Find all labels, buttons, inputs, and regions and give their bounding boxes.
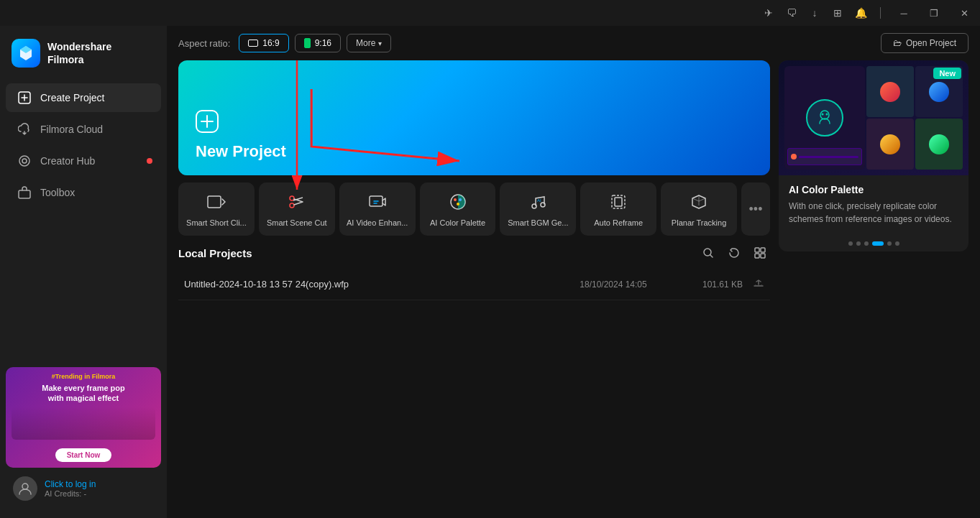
grid-view-button[interactable] [750,243,770,263]
ai-color-palette-icon [447,191,469,213]
folder-icon: 🗁 [893,38,902,48]
svg-point-14 [454,198,457,201]
titlebar-icons: ✈ 🗨 ↓ ⊞ 🔔 ─ ❐ ✕ [762,3,974,23]
bell-icon[interactable]: 🔔 [854,6,867,19]
sidebar-item-toolbox[interactable]: Toolbox [6,178,161,207]
user-login-text[interactable]: Click to log in [45,479,154,489]
new-badge: New [933,68,961,79]
auto-reframe-icon [608,191,629,213]
svg-point-9 [290,203,294,208]
auto-reframe-label: Auto Reframe [586,218,651,227]
ai-color-palette-label: AI Color Palette [426,218,490,227]
sidebar-bottom: #Trending in Filmora Make every frame po… [0,361,167,512]
upload-icon[interactable] [743,277,764,291]
ai-video-enhance-label: AI Video Enhan... [345,218,410,227]
project-list: Untitled-2024-10-18 13 57 24(copy).wfp 1… [178,269,770,509]
toolbox-label: Toolbox [40,187,75,198]
aspect-ratio-label: Aspect ratio: [178,38,230,49]
carousel-dot-4[interactable] [872,241,884,246]
ai-tool-auto-reframe[interactable]: Auto Reframe [580,182,656,236]
maximize-button[interactable]: ❐ [924,3,944,23]
ai-tool-ai-video-enhance[interactable]: AI Video Enhan... [339,182,416,236]
svg-rect-26 [761,254,765,258]
new-project-banner[interactable]: New Project [178,60,770,175]
smart-scene-cut-label: Smart Scene Cut [265,218,329,227]
main-content: Aspect ratio: 16:9 9:16 More ▾ 🗁 Open Pr… [167,26,980,518]
minimize-button[interactable]: ─ [894,3,914,23]
local-projects-actions [698,243,770,263]
table-row[interactable]: Untitled-2024-10-18 13 57 24(copy).wfp 1… [178,269,770,300]
ai-tool-smart-short-clip[interactable]: Smart Short Cli... [178,182,255,236]
promo-content: #Trending in Filmora Make every frame po… [6,367,161,468]
svg-point-29 [825,114,828,116]
smart-short-clip-icon [206,191,227,213]
open-project-button[interactable]: 🗁 Open Project [881,33,968,53]
svg-text:AI: AI [537,198,541,203]
aspect-9-16-button[interactable]: 9:16 [295,34,341,52]
ai-tool-smart-bgm[interactable]: AI Smart BGM Ge... [500,182,576,236]
titlebar-divider [880,7,881,19]
svg-point-4 [22,484,28,489]
more-button[interactable]: More ▾ [347,34,391,52]
ai-tool-smart-scene-cut[interactable]: Smart Scene Cut [259,182,335,236]
svg-point-17 [532,204,536,208]
create-project-icon [17,91,32,105]
carousel-dot-5[interactable] [887,241,892,246]
logo-text: Wondershare Filmora [47,40,111,66]
creator-hub-label: Creator Hub [40,155,95,167]
svg-point-15 [459,198,462,201]
more-tools-button[interactable]: ••• [741,182,770,236]
avatar [13,476,37,501]
new-project-label: New Project [196,142,286,161]
portrait-icon [304,38,311,48]
sidebar-item-filmora-cloud[interactable]: Filmora Cloud [6,115,161,144]
local-projects-header: Local Projects [178,243,770,263]
carousel-dots [779,236,968,251]
open-project-label: Open Project [906,38,956,48]
aspect-16-9-label: 16:9 [262,38,279,48]
smart-bgm-icon: AI [527,191,549,213]
svg-point-1 [19,156,29,166]
creator-hub-icon [17,154,32,168]
smart-bgm-label: Smart BGM Ge... [505,218,570,227]
carousel-dot-1[interactable] [848,241,853,246]
create-project-label: Create Project [40,92,104,103]
grid-icon[interactable]: ⊞ [831,6,844,19]
carousel-dot-2[interactable] [856,241,861,246]
project-date: 18/10/2024 14:05 [556,279,671,290]
feature-title: AI Color Palette [789,184,958,195]
search-projects-button[interactable] [698,243,718,263]
aspect-16-9-button[interactable]: 16:9 [239,34,288,52]
new-project-inner: New Project [196,110,286,161]
chevron-down-icon: ▾ [378,40,382,47]
svg-rect-7 [208,196,221,208]
planar-tracking-icon [688,191,710,213]
svg-point-16 [457,203,459,205]
user-area[interactable]: Click to log in AI Credits: - [6,471,161,507]
svg-point-8 [290,196,294,200]
feature-card: New [779,60,968,251]
message-icon[interactable]: 🗨 [785,6,798,19]
ai-tool-ai-color-palette[interactable]: AI Color Palette [420,182,496,236]
svg-rect-21 [615,198,622,206]
carousel-dot-3[interactable] [864,241,869,246]
carousel-dot-6[interactable] [895,241,899,246]
svg-rect-23 [755,248,759,252]
app-body: Wondershare Filmora Create Project Filmo… [0,26,980,518]
local-projects-title: Local Projects [178,247,252,259]
svg-rect-3 [19,190,30,198]
promo-start-button[interactable]: Start Now [55,448,112,462]
airplane-icon[interactable]: ✈ [762,6,775,19]
download-icon[interactable]: ↓ [808,6,821,19]
content-area: New Project [167,60,980,518]
refresh-projects-button[interactable] [724,243,744,263]
project-size: 101.61 KB [671,279,743,290]
project-name: Untitled-2024-10-18 13 57 24(copy).wfp [184,279,556,290]
promo-banner[interactable]: #Trending in Filmora Make every frame po… [6,367,161,468]
ai-tool-planar-tracking[interactable]: Planar Tracking [661,182,737,236]
logo-area: Wondershare Filmora [0,32,167,82]
close-button[interactable]: ✕ [954,3,974,23]
sidebar-item-creator-hub[interactable]: Creator Hub [6,147,161,175]
sidebar-item-create-project[interactable]: Create Project [6,83,161,112]
filmora-cloud-icon [17,122,32,137]
